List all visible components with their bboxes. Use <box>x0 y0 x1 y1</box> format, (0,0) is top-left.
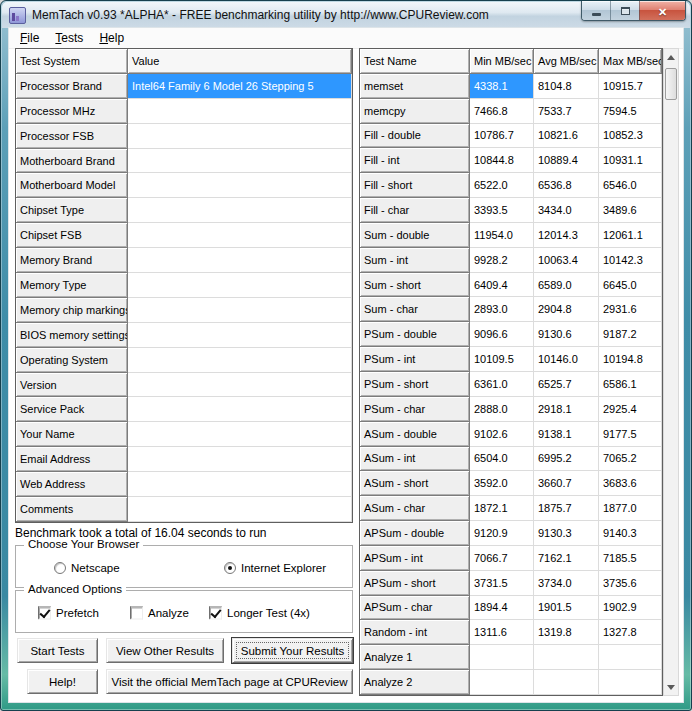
result-min-cell[interactable]: 7066.7 <box>470 546 534 571</box>
minimize-button[interactable] <box>582 1 610 20</box>
help-button[interactable]: Help! <box>27 669 98 694</box>
result-max-cell[interactable]: 7594.5 <box>599 99 662 124</box>
result-max-cell[interactable]: 7185.5 <box>599 546 662 571</box>
checkbox-longer-test[interactable]: Longer Test (4x) <box>209 606 310 619</box>
system-row-value[interactable] <box>128 298 352 323</box>
result-min-cell[interactable]: 11954.0 <box>470 223 534 248</box>
radio-netscape[interactable]: Netscape <box>54 562 120 574</box>
close-button[interactable] <box>639 1 685 20</box>
result-max-cell[interactable]: 7065.2 <box>599 447 662 472</box>
menu-file[interactable]: File <box>12 29 47 47</box>
result-min-cell[interactable]: 3731.5 <box>470 571 534 596</box>
system-row-value[interactable] <box>128 397 352 422</box>
result-avg-cell[interactable]: 6536.8 <box>534 173 599 198</box>
result-max-cell[interactable]: 10142.3 <box>599 248 662 273</box>
result-max-cell[interactable] <box>599 645 662 670</box>
result-max-cell[interactable]: 6546.0 <box>599 173 662 198</box>
result-max-cell[interactable]: 12061.1 <box>599 223 662 248</box>
system-row-value[interactable]: Intel64 Family 6 Model 26 Stepping 5 <box>128 74 352 99</box>
result-min-cell[interactable]: 7466.8 <box>470 99 534 124</box>
system-row-value[interactable] <box>128 472 352 497</box>
result-max-cell[interactable]: 10194.8 <box>599 347 662 372</box>
system-row-value[interactable] <box>128 273 352 298</box>
result-min-cell[interactable] <box>470 645 534 670</box>
result-avg-cell[interactable]: 2904.8 <box>534 297 599 322</box>
results-scrollbar[interactable] <box>663 48 679 696</box>
scroll-up-button[interactable] <box>664 49 678 65</box>
system-row-value[interactable] <box>128 124 352 149</box>
result-avg-cell[interactable]: 9138.1 <box>534 422 599 447</box>
result-min-cell[interactable]: 2893.0 <box>470 297 534 322</box>
result-max-cell[interactable]: 1877.0 <box>599 496 662 521</box>
result-max-cell[interactable]: 3683.6 <box>599 471 662 496</box>
system-row-value[interactable] <box>128 373 352 398</box>
checkbox-analyze[interactable]: Analyze <box>130 606 189 619</box>
result-min-cell[interactable]: 6409.4 <box>470 273 534 298</box>
result-avg-cell[interactable]: 12014.3 <box>534 223 599 248</box>
system-row-value[interactable] <box>128 198 352 223</box>
result-max-cell[interactable]: 9140.3 <box>599 521 662 546</box>
result-avg-cell[interactable]: 6589.0 <box>534 273 599 298</box>
system-row-value[interactable] <box>128 223 352 248</box>
result-avg-cell[interactable]: 3434.0 <box>534 198 599 223</box>
result-min-cell[interactable]: 3592.0 <box>470 471 534 496</box>
result-min-cell[interactable]: 6361.0 <box>470 372 534 397</box>
system-row-value[interactable] <box>128 422 352 447</box>
system-row-value[interactable] <box>128 447 352 472</box>
result-max-cell[interactable]: 2931.6 <box>599 297 662 322</box>
result-min-cell[interactable] <box>470 670 534 695</box>
result-avg-cell[interactable] <box>534 670 599 695</box>
result-max-cell[interactable]: 6645.0 <box>599 273 662 298</box>
maximize-button[interactable] <box>610 1 639 20</box>
result-avg-cell[interactable]: 10146.0 <box>534 347 599 372</box>
system-row-value[interactable] <box>128 99 352 124</box>
system-row-value[interactable] <box>128 348 352 373</box>
result-min-cell[interactable]: 4338.1 <box>470 74 534 99</box>
start-tests-button[interactable]: Start Tests <box>17 638 98 663</box>
result-avg-cell[interactable]: 9130.3 <box>534 521 599 546</box>
result-min-cell[interactable]: 1872.1 <box>470 496 534 521</box>
result-min-cell[interactable]: 10844.8 <box>470 148 534 173</box>
system-row-value[interactable] <box>128 497 352 522</box>
result-max-cell[interactable]: 9187.2 <box>599 322 662 347</box>
result-avg-cell[interactable]: 2918.1 <box>534 397 599 422</box>
result-min-cell[interactable]: 9928.2 <box>470 248 534 273</box>
result-avg-cell[interactable]: 1901.5 <box>534 596 599 621</box>
result-max-cell[interactable]: 10931.1 <box>599 148 662 173</box>
result-avg-cell[interactable]: 3734.0 <box>534 571 599 596</box>
system-row-value[interactable] <box>128 173 352 198</box>
scrollbar-thumb[interactable] <box>665 68 677 100</box>
scroll-down-button[interactable] <box>664 679 678 695</box>
result-min-cell[interactable]: 2888.0 <box>470 397 534 422</box>
menu-tests[interactable]: Tests <box>47 29 91 47</box>
result-avg-cell[interactable]: 6995.2 <box>534 447 599 472</box>
visit-memtach-page-button[interactable]: Visit the official MemTach page at CPURe… <box>106 669 353 694</box>
result-max-cell[interactable]: 10915.7 <box>599 74 662 99</box>
checkbox-prefetch[interactable]: Prefetch <box>38 606 99 619</box>
result-min-cell[interactable]: 6522.0 <box>470 173 534 198</box>
result-min-cell[interactable]: 10109.5 <box>470 347 534 372</box>
result-max-cell[interactable]: 3489.6 <box>599 198 662 223</box>
result-avg-cell[interactable]: 10889.4 <box>534 148 599 173</box>
result-max-cell[interactable]: 3735.6 <box>599 571 662 596</box>
menu-help[interactable]: Help <box>91 29 132 47</box>
result-max-cell[interactable]: 1902.9 <box>599 596 662 621</box>
result-min-cell[interactable]: 9120.9 <box>470 521 534 546</box>
system-row-value[interactable] <box>128 248 352 273</box>
result-avg-cell[interactable]: 7162.1 <box>534 546 599 571</box>
result-min-cell[interactable]: 1311.6 <box>470 620 534 645</box>
system-row-value[interactable] <box>128 149 352 174</box>
result-min-cell[interactable]: 1894.4 <box>470 596 534 621</box>
result-max-cell[interactable]: 10852.3 <box>599 124 662 149</box>
result-min-cell[interactable]: 9102.6 <box>470 422 534 447</box>
result-avg-cell[interactable] <box>534 645 599 670</box>
result-max-cell[interactable]: 2925.4 <box>599 397 662 422</box>
result-avg-cell[interactable]: 1319.8 <box>534 620 599 645</box>
result-max-cell[interactable] <box>599 670 662 695</box>
result-avg-cell[interactable]: 6525.7 <box>534 372 599 397</box>
result-avg-cell[interactable]: 10821.6 <box>534 124 599 149</box>
result-avg-cell[interactable]: 8104.8 <box>534 74 599 99</box>
result-max-cell[interactable]: 6586.1 <box>599 372 662 397</box>
result-min-cell[interactable]: 6504.0 <box>470 447 534 472</box>
system-row-value[interactable] <box>128 323 352 348</box>
